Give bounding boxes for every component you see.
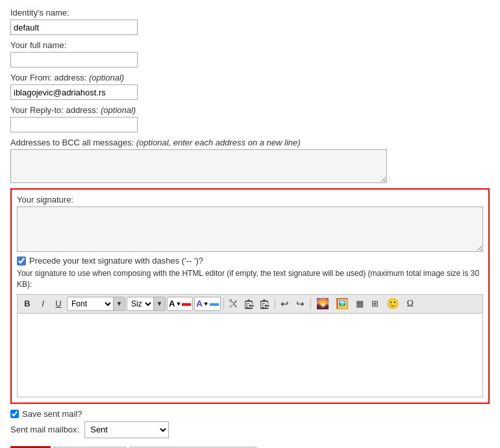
insert-image2-button[interactable]: 🖼️	[333, 297, 351, 311]
copy-button[interactable]	[242, 297, 256, 311]
editor-toolbar: B I U Font Arial Times New Roman Courier…	[17, 294, 483, 313]
font-color-dropdown-arrow: ▼	[175, 301, 181, 307]
html-editor-label: Your signature to use when composing wit…	[17, 268, 483, 290]
insert-special-button[interactable]: Ω	[403, 297, 418, 311]
insert-image-button[interactable]: 🌄	[314, 297, 332, 311]
identity-name-input[interactable]	[10, 19, 138, 35]
save-sent-label: Save sent mail?	[22, 409, 82, 419]
full-name-label: Your full name:	[10, 40, 490, 50]
bcc-group: Addresses to BCC all messages: (optional…	[10, 138, 490, 183]
italic-button[interactable]: I	[36, 297, 50, 311]
from-address-input[interactable]	[10, 84, 138, 100]
from-address-group: Your From: address: (optional)	[10, 73, 490, 100]
precede-dashes-label: Precede your text signature with dashes …	[29, 256, 203, 266]
reply-to-input[interactable]	[10, 117, 138, 132]
precede-dashes-checkbox[interactable]	[17, 256, 26, 266]
mailbox-row: Sent mail mailbox: Sent INBOX Drafts Tra…	[10, 421, 490, 438]
cut-button[interactable]	[227, 297, 241, 311]
bg-color-icon: A	[196, 299, 202, 308]
size-select[interactable]: Size 8 10 12 14 16 18 24	[127, 297, 153, 310]
font-select[interactable]: Font Arial Times New Roman Courier New	[68, 297, 113, 310]
paste-button[interactable]	[258, 297, 272, 311]
bold-button[interactable]: B	[20, 297, 34, 311]
separator-1	[223, 298, 224, 310]
reply-to-label: Your Reply-to: address: (optional)	[10, 105, 490, 115]
html-editor-body[interactable]	[17, 313, 483, 397]
identity-name-group: Identity's name:	[10, 8, 490, 35]
size-dropdown-arrow[interactable]: ▼	[153, 297, 165, 311]
font-color-icon: A	[169, 299, 175, 308]
font-select-wrapper: Font Arial Times New Roman Courier New ▼	[67, 297, 125, 311]
bg-color-button[interactable]: A ▼	[194, 297, 220, 311]
insert-smiley-button[interactable]: 🙂	[384, 297, 402, 311]
signature-textarea[interactable]	[17, 206, 483, 252]
font-color-swatch	[182, 303, 191, 306]
identity-name-label: Identity's name:	[10, 8, 490, 18]
bg-color-swatch	[210, 303, 219, 306]
font-color-button[interactable]: A ▼	[167, 297, 193, 311]
reply-to-group: Your Reply-to: address: (optional)	[10, 105, 490, 132]
separator-2	[275, 298, 275, 310]
bcc-label: Addresses to BCC all messages: (optional…	[10, 138, 490, 147]
underline-button[interactable]: U	[51, 297, 66, 311]
bg-color-dropdown-arrow: ▼	[203, 301, 209, 307]
signature-label: Your signature:	[17, 195, 483, 205]
paste-icon	[260, 299, 269, 309]
copy-icon	[245, 299, 254, 309]
precede-dashes-row: Precede your text signature with dashes …	[17, 256, 483, 266]
font-dropdown-arrow[interactable]: ▼	[113, 297, 125, 311]
save-button[interactable]: Save	[10, 446, 51, 448]
cut-icon	[229, 299, 238, 309]
full-name-input[interactable]	[10, 52, 138, 68]
save-sent-row: Save sent mail?	[10, 409, 490, 419]
signature-section: Your signature: Precede your text signat…	[10, 188, 490, 404]
footer-buttons: Save Undo Changes Show All Preferences G…	[10, 446, 490, 448]
mailbox-label: Sent mail mailbox:	[10, 425, 79, 434]
redo-button[interactable]: ↪	[294, 297, 308, 311]
from-address-label: Your From: address: (optional)	[10, 73, 490, 82]
undo-button[interactable]: ↩	[278, 297, 292, 311]
bcc-textarea[interactable]	[10, 149, 387, 183]
full-name-group: Your full name:	[10, 40, 490, 68]
size-select-wrapper: Size 8 10 12 14 16 18 24 ▼	[127, 297, 166, 311]
insert-table-button[interactable]: ▦	[353, 297, 367, 311]
insert-row-button[interactable]: ⊞	[368, 297, 382, 311]
separator-3	[310, 298, 311, 310]
save-sent-checkbox[interactable]	[10, 410, 19, 418]
page-container: Identity's name: Your full name: Your Fr…	[0, 0, 500, 448]
mailbox-select[interactable]: Sent INBOX Drafts Trash	[84, 421, 169, 438]
